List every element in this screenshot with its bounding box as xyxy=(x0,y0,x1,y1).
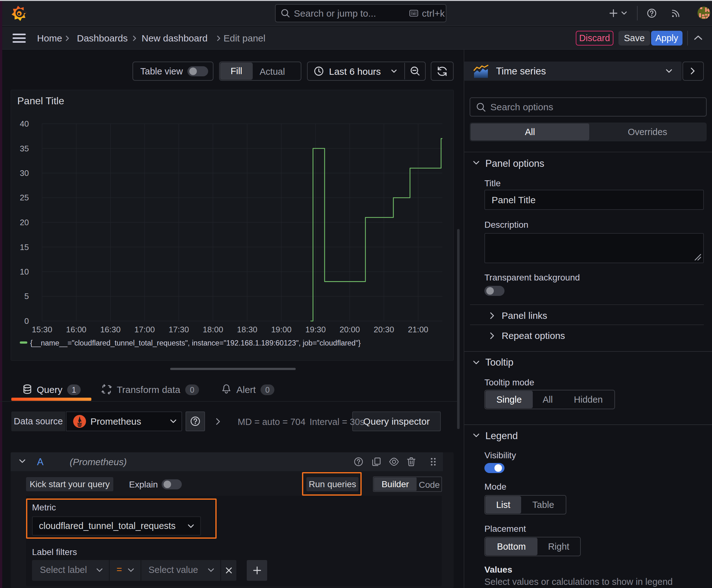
svg-text:19:00: 19:00 xyxy=(271,325,292,334)
svg-text:16:00: 16:00 xyxy=(66,325,86,334)
svg-text:17:00: 17:00 xyxy=(134,325,155,334)
svg-text:20: 20 xyxy=(20,218,29,227)
svg-text:21:00: 21:00 xyxy=(408,325,428,334)
svg-text:15:30: 15:30 xyxy=(32,325,52,334)
svg-text:30: 30 xyxy=(20,168,29,178)
svg-text:20:30: 20:30 xyxy=(373,325,394,334)
svg-text:20:00: 20:00 xyxy=(339,325,360,334)
svg-text:19:30: 19:30 xyxy=(305,325,326,334)
svg-text:16:30: 16:30 xyxy=(100,325,121,334)
svg-text:25: 25 xyxy=(20,193,29,202)
svg-text:17:30: 17:30 xyxy=(169,325,189,334)
svg-text:{__name__="cloudflared_tunnel_: {__name__="cloudflared_tunnel_total_requ… xyxy=(30,339,361,347)
svg-text:5: 5 xyxy=(24,292,29,301)
svg-text:35: 35 xyxy=(20,144,29,153)
svg-text:0: 0 xyxy=(24,316,29,326)
svg-text:18:30: 18:30 xyxy=(237,325,257,334)
svg-text:40: 40 xyxy=(20,119,29,128)
svg-text:15: 15 xyxy=(20,243,29,252)
svg-text:18:00: 18:00 xyxy=(203,325,223,334)
svg-text:10: 10 xyxy=(20,267,29,276)
